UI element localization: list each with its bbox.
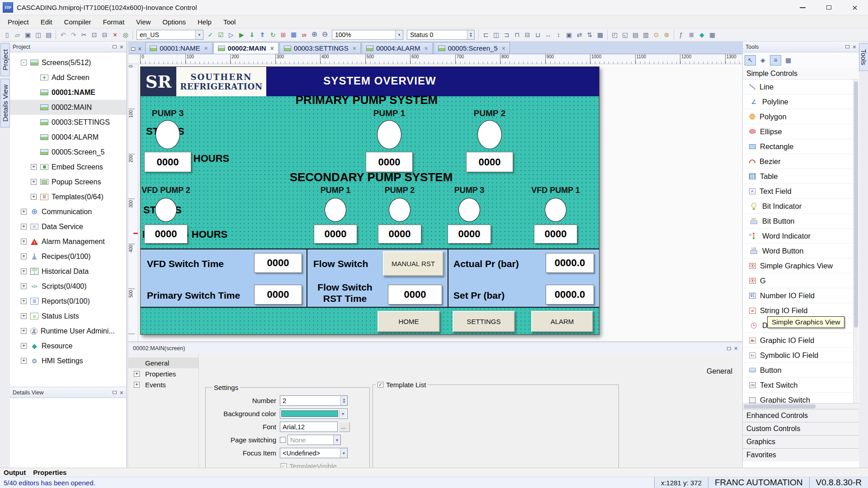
toolbar-icon[interactable] xyxy=(585,30,594,40)
toolbar-icon[interactable] xyxy=(320,29,330,39)
tree-item[interactable]: Templates(0/64) xyxy=(10,189,126,204)
secondary-section-title[interactable]: SECONDARY PUMP SYSTEM xyxy=(231,170,511,184)
running-hours-field[interactable]: 0000 xyxy=(534,225,577,244)
toolbar-icon[interactable] xyxy=(491,30,501,40)
tree-item[interactable]: 00005:Screen_5 xyxy=(10,145,126,160)
toolbar-icon[interactable] xyxy=(289,30,298,39)
toolbar-icon[interactable] xyxy=(697,30,707,40)
spinner-arrows-icon[interactable]: ▲▼ xyxy=(467,30,474,39)
details-view-dock-tab[interactable]: Details View xyxy=(0,79,10,127)
pump-status-indicator[interactable] xyxy=(156,120,180,149)
tree-item[interactable]: Popup Screens xyxy=(10,174,126,189)
toolbar-icon[interactable] xyxy=(100,30,109,40)
tool-item[interactable]: Bit Indicator xyxy=(743,199,859,214)
toolbar-icon[interactable] xyxy=(620,30,630,40)
toolbar-icon[interactable] xyxy=(23,30,33,40)
grid-view-icon[interactable]: ▦ xyxy=(783,55,794,66)
toolbar-icon[interactable] xyxy=(554,30,563,40)
toolbar-icon[interactable] xyxy=(310,29,319,39)
background-color-select[interactable]: ▾ xyxy=(280,408,348,419)
alarm-button[interactable]: ALARM xyxy=(531,311,593,332)
chevron-down-icon[interactable]: ▾ xyxy=(340,448,347,458)
chevron-down-icon[interactable]: ▾ xyxy=(339,410,346,418)
toolbar-icon[interactable] xyxy=(268,30,278,40)
tool-item[interactable]: Table xyxy=(743,169,859,184)
toolbar-icon[interactable] xyxy=(33,30,43,40)
spinner-arrows-icon[interactable]: ▲▼ xyxy=(340,396,347,405)
pump-label[interactable]: VFD PUMP 1 xyxy=(530,186,581,197)
tree-item[interactable]: Status Lists xyxy=(10,309,126,324)
tool-item[interactable]: Word Button xyxy=(743,244,859,258)
toolbar-icon[interactable] xyxy=(69,30,78,40)
tree-expander[interactable] xyxy=(21,298,27,304)
tools-scrollbar-vertical[interactable] xyxy=(853,80,859,403)
running-hours-field[interactable]: 0000 xyxy=(378,225,421,244)
chevron-down-icon[interactable]: ▾ xyxy=(195,30,203,39)
tool-item[interactable]: G xyxy=(743,273,859,288)
tool-item[interactable]: Button xyxy=(743,363,859,378)
tree-expander[interactable] xyxy=(21,313,27,319)
toolbar-icon[interactable] xyxy=(110,30,120,40)
toolbar-icon[interactable] xyxy=(13,30,22,40)
page-switching-select[interactable]: None ▾ xyxy=(288,435,341,445)
menu-item[interactable]: Options xyxy=(156,17,192,27)
primary-section-title[interactable]: PRIMARY PUMP SYSTEM xyxy=(226,93,507,107)
tool-item[interactable]: Word Indicator xyxy=(743,229,859,244)
status-select[interactable]: Status 0 ▲▼ xyxy=(407,30,475,40)
menu-item[interactable]: Compiler xyxy=(58,17,97,27)
tools-section-bar[interactable]: Favorites xyxy=(743,448,859,461)
tree-expander[interactable] xyxy=(21,253,27,259)
toolbar-icon[interactable] xyxy=(79,30,89,40)
tree-item[interactable]: Reports(0/100) xyxy=(10,294,126,309)
select-tool-icon[interactable]: ↖ xyxy=(745,55,756,66)
toolbar-icon[interactable] xyxy=(687,30,696,40)
pump-status-indicator[interactable] xyxy=(377,120,401,149)
toolbar-icon[interactable] xyxy=(631,30,640,40)
tree-item[interactable]: Runtime User Admini... xyxy=(10,324,126,338)
number-stepper[interactable]: 2 ▲▼ xyxy=(280,395,348,406)
menu-item[interactable]: View xyxy=(130,17,156,27)
tree-item[interactable]: 00002:MAIN xyxy=(10,100,126,115)
running-hours-field[interactable]: 0000 xyxy=(144,152,191,172)
float-panel-icon[interactable] xyxy=(845,45,849,48)
tool-item[interactable]: Simple Graphics View xyxy=(743,258,859,273)
tree-expander[interactable] xyxy=(21,268,27,274)
tab-screen-00001[interactable]: 00001:NAME × xyxy=(145,42,212,54)
toolbar-icon[interactable] xyxy=(226,30,236,40)
pump-status-indicator[interactable] xyxy=(458,198,480,222)
toolbar-icon[interactable] xyxy=(708,30,717,40)
toolbar-icon[interactable] xyxy=(502,30,511,40)
tools-section-bar[interactable]: Graphics xyxy=(743,435,859,448)
settings-button[interactable]: SETTINGS xyxy=(453,311,515,332)
menu-item[interactable]: Edit xyxy=(35,17,58,27)
pump-label[interactable]: PUMP 3 xyxy=(444,186,495,197)
tree-item[interactable]: HMI Settings xyxy=(10,353,126,368)
tool-item[interactable]: Polyline xyxy=(743,94,859,109)
tools-dock-tab[interactable]: Tools xyxy=(859,43,868,71)
zoom-select[interactable]: 100% ▾ xyxy=(332,30,403,40)
properties-dock-tab[interactable]: Properties xyxy=(33,469,66,476)
vfd-switch-label[interactable]: VFD Switch Time xyxy=(147,258,224,269)
toolbar-icon[interactable] xyxy=(237,30,246,40)
language-select[interactable]: en_US ▾ xyxy=(137,30,203,40)
toolbar-icon[interactable] xyxy=(206,30,215,40)
toolbar-icon[interactable] xyxy=(247,30,257,40)
actual-pr-field[interactable]: 0000.0 xyxy=(546,253,594,273)
pump-status-indicator[interactable] xyxy=(325,198,346,222)
pump-label[interactable]: PUMP 1 xyxy=(362,108,416,119)
flow-rst-label-line1[interactable]: Flow Switch xyxy=(312,282,377,293)
properties-nav-item[interactable]: Events xyxy=(128,379,198,390)
tree-expander[interactable] xyxy=(21,358,27,364)
tool-item[interactable]: Bezier xyxy=(743,154,859,169)
tab-close-icon[interactable]: × xyxy=(204,45,208,52)
output-dock-tab[interactable]: Output xyxy=(4,469,26,476)
pump-label[interactable]: PUMP 2 xyxy=(374,186,425,197)
tree-expander[interactable] xyxy=(21,239,27,244)
tree-expander[interactable] xyxy=(21,328,27,334)
running-hours-field[interactable]: 0000 xyxy=(448,225,491,244)
primary-switch-field[interactable]: 0000 xyxy=(254,285,302,305)
toolbar-icon[interactable] xyxy=(533,30,542,40)
tree-expander[interactable] xyxy=(31,179,37,185)
minimize-button[interactable] xyxy=(789,0,816,15)
toolbar-icon[interactable] xyxy=(44,30,53,40)
